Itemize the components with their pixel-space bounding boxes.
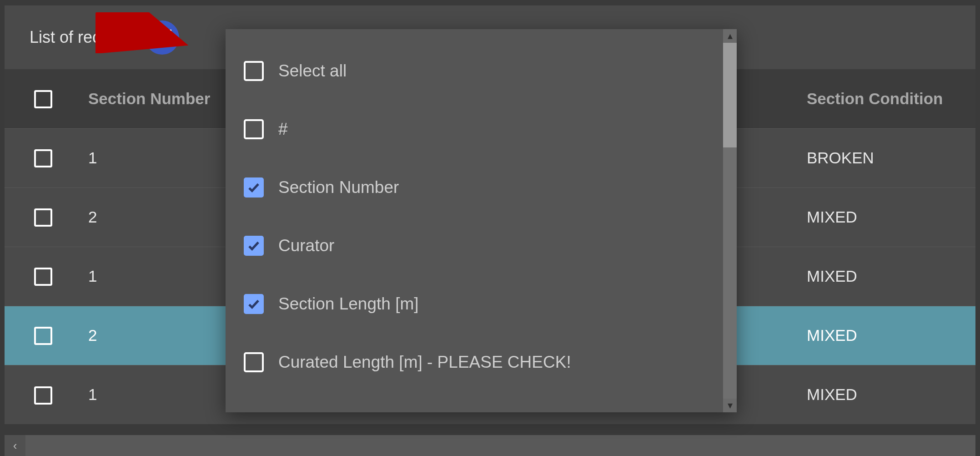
dropdown-item-label: Curator [278,236,334,255]
checkbox-icon[interactable] [244,119,264,139]
row-checkbox[interactable] [34,327,52,345]
select-all-rows-checkbox[interactable] [34,90,52,108]
records-panel: List of records Section Number Curator S… [5,5,975,424]
panel-title: List of records [30,28,132,47]
dropdown-item-section-number[interactable]: Section Number [244,158,705,217]
checkbox-icon[interactable] [244,61,264,81]
column-chooser-button[interactable] [145,20,179,55]
chevron-left-icon[interactable]: ‹ [5,435,25,456]
dropdown-item-hash[interactable]: # [244,100,705,158]
column-chooser-dropdown: Select all # Section Number [226,29,737,412]
dropdown-item-curator[interactable]: Curator [244,217,705,275]
dropdown-item-label: # [278,120,288,139]
dropdown-item-curated-length[interactable]: Curated Length [m] - PLEASE CHECK! [244,333,705,391]
header-section-condition[interactable]: Section Condition [800,69,975,128]
row-checkbox[interactable] [34,268,52,286]
dropdown-item-section-length[interactable]: Section Length [m] [244,275,705,333]
header-section-number[interactable]: Section Number [82,69,227,128]
row-checkbox[interactable] [34,386,52,405]
app-root: List of records Section Number Curator S… [0,0,980,456]
cell-section-number: 1 [82,247,227,306]
checkbox-icon[interactable] [244,177,264,198]
row-checkbox[interactable] [34,149,52,167]
cell-section-condition: MIXED [800,187,975,247]
chevron-up-icon[interactable]: ▴ [723,29,737,43]
cell-section-number: 1 [82,128,227,187]
dropdown-item-label: Section Number [278,178,399,197]
cell-section-condition: MIXED [800,247,975,306]
dropdown-scrollbar[interactable]: ▴ ▾ [723,29,737,412]
horizontal-scrollbar[interactable]: ‹ [5,435,975,456]
columns-icon [153,30,171,46]
dropdown-item-label: Select all [278,61,347,81]
checkbox-icon[interactable] [244,352,264,372]
dropdown-item-label: Section Length [m] [278,294,419,314]
row-checkbox[interactable] [34,208,52,227]
checkbox-icon[interactable] [244,236,264,256]
cell-section-number: 2 [82,187,227,247]
header-checkbox-cell [5,69,82,128]
cell-section-condition: MIXED [800,365,975,424]
dropdown-body: Select all # Section Number [226,29,723,412]
cell-section-number: 2 [82,306,227,365]
cell-section-condition: MIXED [800,306,975,365]
dropdown-item-select-all[interactable]: Select all [244,42,705,100]
cell-section-condition: BROKEN [800,128,975,187]
dropdown-item-label: Curated Length [m] - PLEASE CHECK! [278,353,571,372]
scrollbar-thumb[interactable] [723,43,737,147]
cell-section-number: 1 [82,365,227,424]
checkbox-icon[interactable] [244,294,264,314]
chevron-down-icon[interactable]: ▾ [723,399,737,412]
